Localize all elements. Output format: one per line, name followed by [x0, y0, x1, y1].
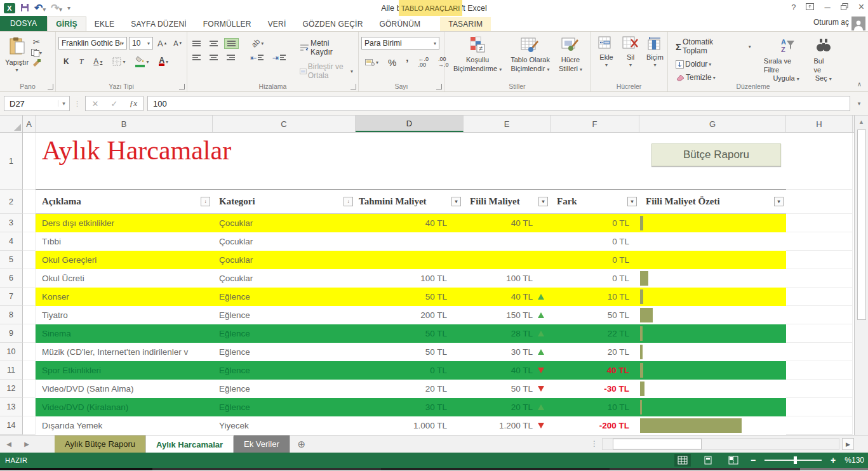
cell-fark-3[interactable]: 0 TL [551, 214, 639, 232]
delete-cells-button[interactable]: Sil▾ [620, 34, 641, 81]
cell-tahmini-4[interactable] [356, 232, 464, 251]
filter-dropdown-icon[interactable]: ▾ [774, 197, 784, 206]
cell-ozet-4[interactable] [639, 232, 786, 251]
orientation-icon[interactable]: ab▾ [249, 38, 266, 48]
qat-customize-icon[interactable]: ▾ [67, 4, 70, 11]
table-header-kategori[interactable]: Kategori↓ [213, 190, 356, 214]
page-break-view-icon[interactable] [725, 454, 742, 467]
tab-sayfa-duzeni[interactable]: SAYFA DÜZENİ [123, 17, 195, 31]
cell-tahmini-7[interactable]: 50 TL [356, 288, 464, 306]
cell-ozet-8[interactable] [639, 306, 786, 324]
cell-fiili-6[interactable]: 100 TL [464, 269, 551, 288]
cell-tahmini-12[interactable]: 20 TL [356, 380, 464, 398]
percent-style-icon[interactable]: % [385, 56, 399, 69]
formula-input[interactable]: 100 [147, 96, 850, 111]
cell-H4[interactable] [786, 232, 853, 251]
row-header-14[interactable]: 14 [0, 416, 23, 435]
cell-A6[interactable] [23, 269, 36, 288]
cell-fark-8[interactable]: 50 TL [551, 306, 639, 324]
find-select-button[interactable]: Bul ve Seç ▾ [811, 36, 836, 81]
tab-tasarim[interactable]: TASARIM [440, 17, 491, 31]
cell-fark-13[interactable]: 10 TL [551, 398, 639, 416]
cell-A13[interactable] [23, 398, 36, 416]
row-header-4[interactable]: 4 [0, 232, 23, 251]
cell-ozet-7[interactable] [639, 288, 786, 306]
cell-H7[interactable] [786, 288, 853, 306]
table-header-fark[interactable]: Fark▾ [551, 190, 639, 214]
clear-button[interactable]: Temizle ▾ [673, 72, 754, 83]
formula-bar-expand-icon[interactable]: ▾ [854, 100, 864, 107]
cell-fiili-11[interactable]: 40 TL [464, 361, 551, 380]
name-box-dropdown-icon[interactable]: ▾ [58, 100, 69, 107]
cell-H13[interactable] [786, 398, 853, 416]
sheet-tab-aylik-butce-raporu[interactable]: Aylık Bütçe Raporu [55, 435, 146, 453]
cell-A2[interactable] [23, 190, 36, 214]
filter-dropdown-icon[interactable]: ▾ [451, 197, 461, 206]
tab-formuller[interactable]: FORMÜLLER [195, 17, 260, 31]
column-header-H[interactable]: H [786, 116, 853, 132]
new-sheet-icon[interactable]: ⊕ [290, 435, 313, 453]
cell-A7[interactable] [23, 288, 36, 306]
row-header-3[interactable]: 3 [0, 214, 23, 232]
cell-tahmini-8[interactable]: 200 TL [356, 306, 464, 324]
cell-H12[interactable] [786, 380, 853, 398]
tab-dosya[interactable]: DOSYA [0, 16, 47, 31]
sheet-tab-ek-veriler[interactable]: Ek Veriler [234, 435, 290, 453]
cell-kategori-10[interactable]: Eğlence [213, 343, 356, 361]
cell-ozet-13[interactable] [639, 398, 786, 416]
cell-aciklama-11[interactable]: Spor Etkinlikleri [36, 361, 213, 380]
cell-aciklama-5[interactable]: Okul Gereçleri [36, 251, 213, 269]
cell-tahmini-10[interactable]: 50 TL [356, 343, 464, 361]
shrink-font-icon[interactable]: A▾ [171, 39, 184, 48]
cell-fiili-7[interactable]: 40 TL [464, 288, 551, 306]
insert-cells-button[interactable]: Ekle▾ [596, 34, 617, 81]
vertical-scroll-thumb[interactable] [857, 129, 866, 320]
wrap-text-button[interactable]: Metni Kaydır [297, 38, 356, 57]
cell-fiili-10[interactable]: 30 TL [464, 343, 551, 361]
cell-tahmini-5[interactable] [356, 251, 464, 269]
row-header-8[interactable]: 8 [0, 306, 23, 324]
row-header-5[interactable]: 5 [0, 251, 23, 269]
cell-styles-button[interactable]: Hücre Stilleri ▾ [556, 34, 585, 81]
cell-A1[interactable] [23, 133, 36, 190]
cell-H3[interactable] [786, 214, 853, 232]
normal-view-icon[interactable] [674, 454, 691, 467]
cell-fark-11[interactable]: 40 TL [551, 361, 639, 380]
tab-giris[interactable]: GİRİŞ [47, 17, 86, 31]
cell-fiili-3[interactable]: 40 TL [464, 214, 551, 232]
cell-tahmini-6[interactable]: 100 TL [356, 269, 464, 288]
column-header-F[interactable]: F [551, 116, 639, 132]
cell-fiili-4[interactable] [464, 232, 551, 251]
table-header-fiili-maliyet-zeti[interactable]: Fiili Maliyet Özeti▾ [639, 190, 786, 214]
row-header-12[interactable]: 12 [0, 380, 23, 398]
align-left-icon[interactable] [190, 53, 203, 62]
cell-H1[interactable] [786, 133, 853, 190]
select-all-corner[interactable] [0, 116, 23, 132]
collapse-ribbon-icon[interactable]: ∧ [857, 81, 862, 88]
cell-aciklama-10[interactable]: Müzik (CD'ler, Internet'ten indirilenler… [36, 343, 213, 361]
cell-A5[interactable] [23, 251, 36, 269]
cell-aciklama-4[interactable]: Tıbbi [36, 232, 213, 251]
font-name-select[interactable]: Franklin Gothic Bo▾ [58, 37, 127, 50]
cell-A10[interactable] [23, 343, 36, 361]
cell-kategori-7[interactable]: Eğlence [213, 288, 356, 306]
column-header-G[interactable]: G [639, 116, 786, 132]
cell-ozet-14[interactable] [639, 416, 786, 435]
cell-H2[interactable] [786, 190, 853, 214]
clipboard-dialog-launcher-icon[interactable] [48, 84, 53, 90]
cell-fark-14[interactable]: -200 TL [551, 416, 639, 435]
cell-fiili-12[interactable]: 50 TL [464, 380, 551, 398]
insert-function-icon[interactable]: ƒx [124, 98, 143, 109]
row-header-7[interactable]: 7 [0, 288, 23, 306]
column-header-C[interactable]: C [213, 116, 356, 132]
zoom-level[interactable]: %130 [845, 456, 864, 465]
cell-fark-5[interactable]: 0 TL [551, 251, 639, 269]
ribbon-display-icon[interactable] [806, 3, 814, 12]
cell-A9[interactable] [23, 324, 36, 343]
format-as-table-button[interactable]: Tablo Olarak Biçimlendir ▾ [508, 34, 552, 81]
cell-tahmini-13[interactable]: 30 TL [356, 398, 464, 416]
filter-dropdown-icon[interactable]: ▾ [538, 197, 548, 206]
row-header-13[interactable]: 13 [0, 398, 23, 416]
table-header-fiili-maliyet[interactable]: Fiili Maliyet▾ [464, 190, 551, 214]
font-dialog-launcher-icon[interactable] [179, 84, 185, 90]
